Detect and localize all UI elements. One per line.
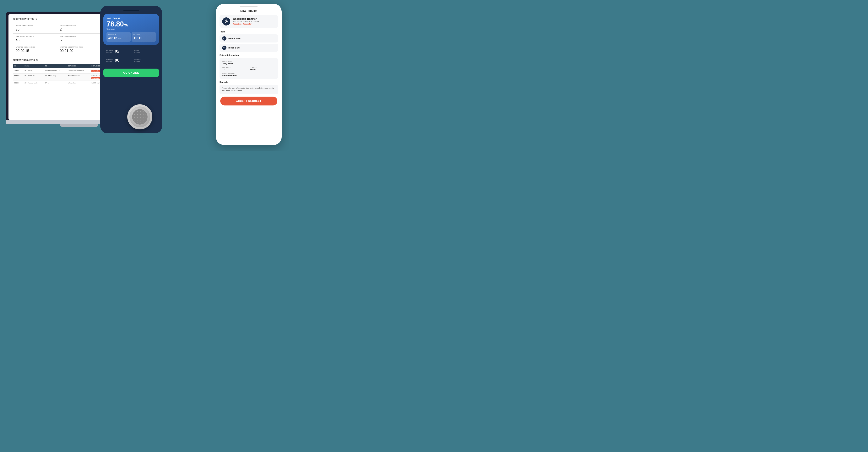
col-header-id: ID xyxy=(13,64,23,68)
stat-value-7: 00:01:20 xyxy=(60,49,98,53)
request-requestor: Reception: Requestor xyxy=(232,23,275,25)
bed-number-label: Bed Number xyxy=(222,66,248,68)
stat-pending: PENDING REQUESTS 5 xyxy=(57,34,101,44)
running-label: RunningRequests xyxy=(134,49,140,53)
time-row: Online Time 40:15 mins On Duty Ti... 10:… xyxy=(106,32,156,42)
requester-name-row: Requester Name Simon Winters xyxy=(222,72,275,77)
bed-ip-row: Bed Number 12 IP Number 839391 xyxy=(222,66,275,71)
patient-info-label: Patient Information xyxy=(219,54,278,56)
stat-value-3: 46 xyxy=(16,38,54,42)
svg-point-0 xyxy=(226,20,227,20)
phone1-stats-grid: CompletedRequests 02 RunningRequests Sus… xyxy=(103,47,159,65)
stats-refresh-icon[interactable]: ↻ xyxy=(35,18,37,20)
online-time-box: Online Time 40:15 mins xyxy=(106,32,131,42)
row-services-0: Case Sheet Movement xyxy=(66,68,90,74)
requests-title-text: CURRENT REQUESTS xyxy=(13,59,35,61)
phone1-stat-completed: CompletedRequests 02 xyxy=(103,47,131,56)
suspicious-value: 00 xyxy=(115,58,119,63)
task-item-0: 01 Patient Ward xyxy=(219,34,278,43)
online-time-unit: mins xyxy=(118,38,122,39)
patient-name-row: Patient Name Tony Stark xyxy=(222,60,275,65)
phone2-wrapper: New Request Wheelchair Transfer Request … xyxy=(216,4,282,143)
row-id-2: 511329 xyxy=(13,81,23,85)
row-from-2: 2F - Vascular and... xyxy=(23,81,43,85)
phone2-content: New Request Wheelchair Transfer Request … xyxy=(216,7,282,108)
ip-number-value: 839391 xyxy=(250,68,275,71)
row-from-0: 5F - MICU2 xyxy=(23,68,43,74)
puck-device xyxy=(127,104,152,130)
phone2-title: New Request xyxy=(219,9,278,12)
col-header-to: TO xyxy=(43,64,66,68)
request-card: Wheelchair Transfer Request ID: 1032293,… xyxy=(219,15,278,28)
row-services-1: Asset Movement xyxy=(66,74,90,81)
bed-number-cell: Bed Number 12 xyxy=(222,66,248,71)
onduty-time-value: 10:10 xyxy=(133,36,142,40)
onduty-time-box: On Duty Ti... 10:10 xyxy=(131,32,156,42)
laptop-stand xyxy=(60,124,98,127)
stats-title-text: TODAY'S STATISTICS xyxy=(13,18,34,20)
online-time-value: 40:15 xyxy=(108,36,117,40)
task-name-0: Patient Ward xyxy=(228,37,241,39)
stat-value-0: 35 xyxy=(16,27,54,31)
greeting: Hello David, xyxy=(106,17,156,20)
phone1-stat-cancelled: CancelledRequests xyxy=(131,56,159,65)
completed-value: 02 xyxy=(115,49,119,54)
phone2: New Request Wheelchair Transfer Request … xyxy=(216,4,282,145)
utilization-label: Utilization xyxy=(106,28,156,30)
patient-info-section: Patient Name Tony Stark Bed Number 12 IP… xyxy=(219,58,278,79)
ip-number-cell: IP Number 839391 xyxy=(250,66,275,71)
greeting-prefix: Hello xyxy=(106,17,113,20)
accept-request-button[interactable]: ACCEPT REQUEST xyxy=(220,96,277,106)
stat-label-3: CANCELLED REQUESTS xyxy=(16,35,54,37)
requester-name-value: Simon Winters xyxy=(222,74,275,77)
stat-on-duty: ON-DUTY EMPLOYEES 35 xyxy=(13,23,57,34)
row-to-1: 8F - BME Lobby xyxy=(43,74,66,81)
onduty-time-label: On Duty Ti... xyxy=(133,34,154,35)
bed-number-value: 12 xyxy=(222,68,248,71)
completed-label: CompletedRequests xyxy=(106,49,113,53)
remarks-text: Please take care of the patient as he is… xyxy=(219,85,278,94)
online-time-label: Online Time xyxy=(108,34,129,35)
stat-avg-service: AVERAGE SERVICE TIME 00:20:15 xyxy=(13,44,57,55)
row-from-1: 7F - PT CT ICU xyxy=(23,74,43,81)
go-online-button[interactable]: GO ONLINE xyxy=(103,68,159,77)
stat-value-6: 00:20:15 xyxy=(16,49,54,53)
remarks-label: Remarks xyxy=(219,81,278,83)
col-header-from: FROM xyxy=(23,64,43,68)
stat-online-employees: ONLINE EMPLOYEES 2 xyxy=(57,23,101,34)
phone1-stat-running: RunningRequests xyxy=(131,47,159,56)
row-services-2: Wheelchair xyxy=(66,81,90,85)
task-name-1: Blood Bank xyxy=(228,47,240,49)
stat-label-4: PENDING REQUESTS xyxy=(60,35,98,37)
puck-inner xyxy=(129,107,150,127)
cancelled-label: CancelledRequests xyxy=(134,58,141,62)
stat-cancelled: CANCELLED REQUESTS 46 xyxy=(13,34,57,44)
phone1-header: Hello David, 78.80 % Utilization Online … xyxy=(103,14,159,45)
row-to-2: 5F - ... xyxy=(43,81,66,85)
row-id-1: 511330 xyxy=(13,74,23,81)
request-id: Request ID: 1032293, 10:30 PM xyxy=(232,21,275,23)
task-num-0: 01 xyxy=(222,36,226,40)
phone1-stats-area: CompletedRequests 02 RunningRequests Sus… xyxy=(103,45,159,67)
wheelchair-icon xyxy=(222,18,230,26)
requests-refresh-icon[interactable]: ↻ xyxy=(36,59,38,61)
stat-label-1: ONLINE EMPLOYEES xyxy=(60,25,98,26)
puck-surface xyxy=(132,109,148,124)
phone1-notch xyxy=(123,10,139,11)
stat-value-4: 5 xyxy=(60,38,98,42)
tasks-section-label: Tasks xyxy=(219,30,278,33)
row-id-0: 511331 xyxy=(13,68,23,74)
utilization-symbol: % xyxy=(124,23,128,28)
stat-avg-acceptance: AVERAGE ACCEPTANCE TIME 00:01:20 xyxy=(57,44,101,55)
ip-number-label: IP Number xyxy=(250,66,275,68)
requester-name-label: Requester Name xyxy=(222,72,275,74)
col-header-services: SERVICES xyxy=(66,64,90,68)
utilization-value: 78.80 xyxy=(106,21,124,28)
patient-name-field-label: Patient Name xyxy=(222,60,275,62)
request-title: Wheelchair Transfer xyxy=(232,18,275,20)
puck-outer xyxy=(127,104,152,130)
task-num-1: 02 xyxy=(222,46,226,50)
suspicious-label: SuspiciousRequests xyxy=(106,58,113,62)
remarks-section: Remarks Please take care of the patient … xyxy=(219,81,278,94)
phone1-stat-suspicious: SuspiciousRequests 00 xyxy=(103,56,131,65)
